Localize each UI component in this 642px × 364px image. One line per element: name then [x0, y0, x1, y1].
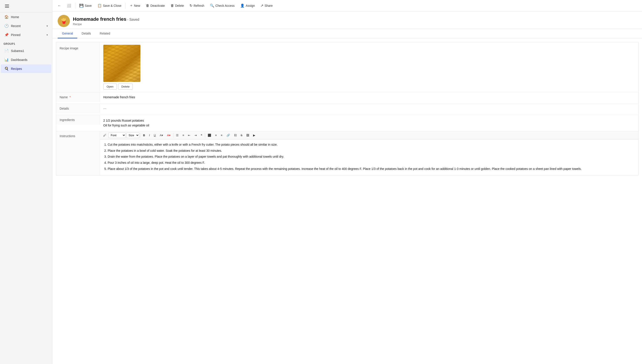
rt-italic[interactable]: I — [147, 133, 152, 138]
rt-align-center[interactable]: ≡ — [213, 133, 218, 138]
sidebar-header — [0, 0, 52, 12]
deactivate-button[interactable]: 🗑 Deactivate — [143, 2, 168, 9]
rt-clear-formatting[interactable]: 🖊 — [102, 133, 108, 138]
delete-button[interactable]: 🗑 Delete — [168, 2, 186, 9]
toolbar: ← ⬜ 💾 Save 📋 Save & Close ＋ New 🗑 Deacti… — [52, 0, 642, 11]
open-button[interactable]: ⬜ — [64, 2, 74, 9]
rt-align-left[interactable]: ⬛ — [206, 133, 213, 138]
instruction-1: Cut the potatoes into matchsticks, eithe… — [108, 142, 635, 148]
sidebar: 🏠 Home 🕐 Recent ▾ 📌 Pinned ▾ Group1 📄 Su… — [0, 0, 52, 364]
rt-divider-2 — [173, 133, 174, 137]
refresh-icon: ↻ — [190, 4, 192, 8]
rt-remove-link[interactable]: ⛓ — [232, 133, 238, 138]
rt-highlight[interactable]: A▾ — [158, 133, 165, 138]
deactivate-label: Deactivate — [150, 4, 165, 8]
avatar: 🍟 — [58, 15, 70, 27]
check-access-icon: 🔍 — [210, 4, 214, 8]
sidebar-item-recipes[interactable]: 🍳 Recipes — [1, 64, 51, 73]
assign-icon: 👤 — [240, 4, 244, 8]
image-open-button[interactable]: Open — [103, 84, 117, 90]
save-icon: 💾 — [79, 4, 84, 8]
open-icon: ⬜ — [67, 4, 71, 8]
assign-button[interactable]: 👤 Assign — [238, 2, 258, 9]
sidebar-item-home[interactable]: 🏠 Home — [1, 13, 51, 21]
save-button[interactable]: 💾 Save — [77, 2, 94, 9]
sidebar-item-home-label: Home — [11, 15, 19, 19]
main-content: ← ⬜ 💾 Save 📋 Save & Close ＋ New 🗑 Deacti… — [52, 0, 642, 364]
name-row: Name * Homemade french fries — [56, 92, 638, 104]
rt-blockquote[interactable]: ❝ — [199, 133, 204, 138]
image-content: Open Delete — [100, 42, 638, 92]
hamburger-menu[interactable] — [4, 2, 10, 10]
sidebar-item-dashboards[interactable]: 📊 Dashboards — [1, 56, 51, 64]
pinned-expand-icon: ▾ — [46, 34, 48, 36]
recent-expand-icon: ▾ — [46, 24, 48, 28]
dashboards-icon: 📊 — [4, 58, 9, 62]
pinned-icon: 📌 — [4, 33, 9, 37]
rt-font-color[interactable]: A▾ — [165, 133, 172, 138]
record-title-area: Homemade french fries - Saved Recipe — [73, 16, 139, 26]
sidebar-item-pinned[interactable]: 📌 Pinned ▾ — [1, 30, 51, 39]
richtext-toolbar: 🖊 Font Size B I U A▾ A▾ — [100, 131, 638, 140]
record-title-line: Homemade french fries - Saved — [73, 16, 139, 22]
rt-bullet-list[interactable]: ☰ — [174, 133, 180, 138]
toolbar-divider-1 — [75, 2, 75, 9]
sidebar-item-subarea1-label: Subarea1 — [11, 49, 24, 52]
name-value[interactable]: Homemade french fries — [100, 92, 638, 102]
image-delete-button[interactable]: Delete — [118, 84, 133, 90]
save-close-label: Save & Close — [103, 4, 122, 8]
refresh-button[interactable]: ↻ Refresh — [187, 2, 207, 9]
rt-strikethrough[interactable]: S̶ — [239, 133, 244, 138]
ingredients-value[interactable]: 2 1/2 pounds Russet potatoes Oil for fry… — [100, 115, 638, 131]
save-close-button[interactable]: 📋 Save & Close — [95, 2, 124, 9]
back-button[interactable]: ← — [55, 2, 64, 9]
delete-label: Delete — [175, 4, 184, 8]
form-section: Recipe image Open Delete Name * Homemade… — [56, 42, 638, 175]
recipes-icon: 🍳 — [4, 66, 9, 71]
share-label: Share — [264, 4, 272, 8]
image-label: Recipe image — [56, 42, 100, 92]
rt-font-select[interactable]: Font — [108, 132, 126, 138]
rt-align-right[interactable]: ≡ — [219, 133, 224, 138]
new-button[interactable]: ＋ New — [127, 2, 143, 9]
tab-details[interactable]: Details — [77, 29, 96, 38]
instructions-value: 🖊 Font Size B I U A▾ A▾ — [100, 131, 638, 175]
rt-insert-link[interactable]: 🔗 — [225, 133, 232, 138]
tab-general[interactable]: General — [58, 29, 77, 38]
instruction-4: Pour 3 inches of oil into a large, deep … — [108, 160, 635, 166]
sidebar-item-recent[interactable]: 🕐 Recent ▾ — [1, 22, 51, 30]
rt-more[interactable]: ▶ — [251, 133, 257, 138]
rt-divider-3 — [205, 133, 205, 137]
details-row: Details --- — [56, 104, 638, 115]
rt-size-select[interactable]: Size — [126, 132, 139, 138]
instruction-5: Place about 1/3 of the potatoes in the p… — [108, 166, 635, 172]
new-icon: ＋ — [130, 3, 133, 8]
sidebar-item-recipes-label: Recipes — [11, 67, 22, 70]
rt-insert-image[interactable]: 🖼 — [244, 133, 251, 138]
instructions-label: Instructions — [56, 131, 100, 175]
recent-icon: 🕐 — [4, 24, 9, 28]
rt-increase-indent[interactable]: ⇥ — [192, 133, 198, 138]
save-close-icon: 📋 — [98, 4, 102, 8]
rt-decrease-indent[interactable]: ⇤ — [186, 133, 192, 138]
recipe-image — [103, 45, 140, 82]
save-label: Save — [85, 4, 92, 8]
rt-divider-1 — [140, 133, 140, 137]
share-button[interactable]: ↗ Share — [258, 2, 275, 9]
form-content: Recipe image Open Delete Name * Homemade… — [52, 38, 642, 364]
rt-numbered-list[interactable]: ≡ — [181, 133, 186, 138]
delete-icon: 🗑 — [170, 4, 174, 8]
name-required: * — [70, 96, 70, 99]
details-value[interactable]: --- — [100, 104, 638, 113]
rt-bold[interactable]: B — [141, 133, 147, 138]
sidebar-item-pinned-label: Pinned — [11, 33, 20, 37]
tab-related[interactable]: Related — [96, 29, 115, 38]
sidebar-item-recent-label: Recent — [11, 24, 20, 28]
details-label: Details — [56, 104, 100, 113]
share-icon: ↗ — [260, 4, 263, 8]
instructions-content[interactable]: Cut the potatoes into matchsticks, eithe… — [100, 140, 638, 175]
sidebar-item-subarea1[interactable]: 📄 Subarea1 — [1, 46, 51, 55]
rt-underline[interactable]: U — [152, 133, 158, 138]
check-access-button[interactable]: 🔍 Check Access — [207, 2, 237, 9]
tabs: General Details Related — [52, 29, 642, 38]
